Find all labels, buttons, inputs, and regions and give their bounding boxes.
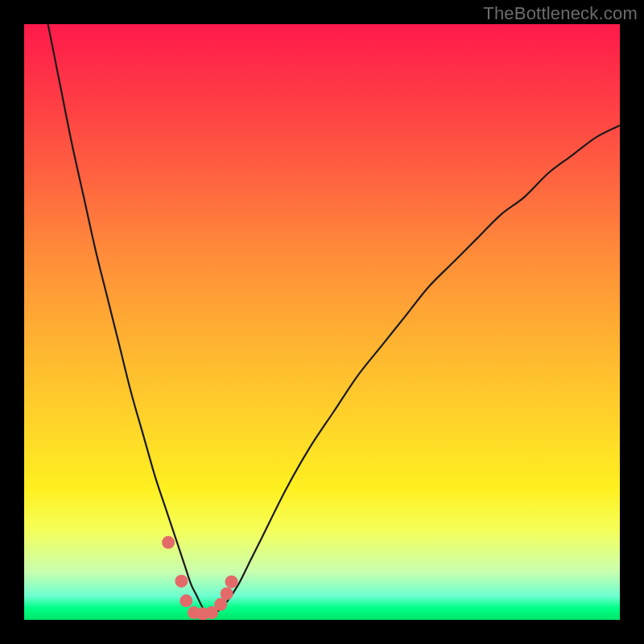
curve-markers: [162, 536, 237, 620]
curve-marker: [180, 594, 192, 607]
curve-marker: [175, 575, 188, 588]
bottleneck-curve: [48, 24, 620, 615]
curve-marker: [162, 536, 175, 549]
curve-layer: [24, 24, 620, 620]
chart-frame: TheBottleneck.com: [0, 0, 644, 644]
curve-marker: [221, 587, 233, 600]
watermark-text: TheBottleneck.com: [483, 3, 638, 24]
curve-marker: [225, 576, 238, 588]
plot-area: [24, 24, 620, 620]
